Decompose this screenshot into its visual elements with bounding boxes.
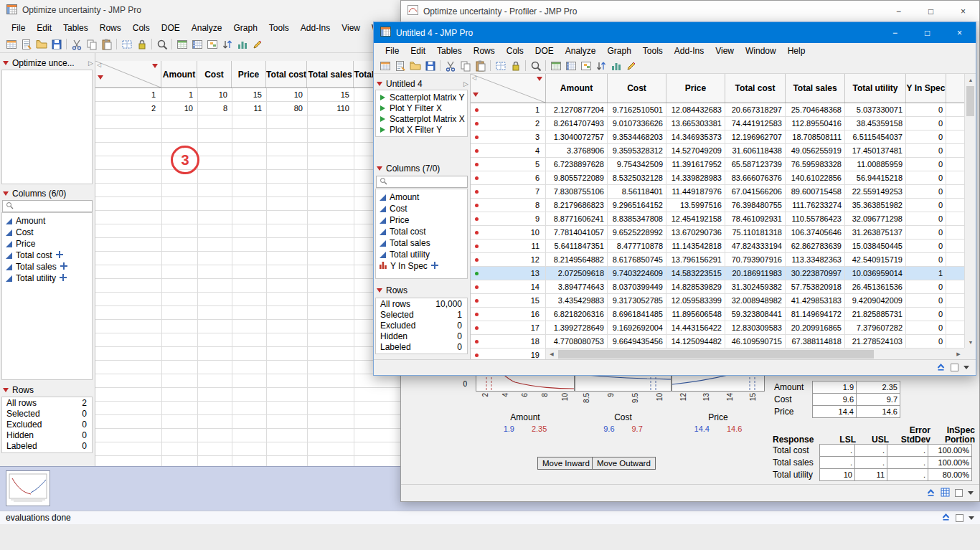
cut-icon[interactable] [69, 37, 84, 52]
menu-item[interactable]: Analyze [186, 21, 228, 35]
cell[interactable]: 31.606118438 [725, 144, 786, 157]
vertical-scroll-thumb[interactable] [966, 86, 974, 116]
column-item[interactable]: Total cost [2, 250, 92, 261]
column-item[interactable]: Total utility [376, 249, 467, 260]
cell[interactable]: 32.008948982 [725, 294, 786, 307]
cell[interactable]: 14.339828983 [666, 171, 725, 184]
cell[interactable]: 8.2149564882 [546, 253, 608, 266]
cell[interactable]: 9.754342509 [608, 158, 666, 171]
cell[interactable]: 5.6411847351 [546, 240, 608, 252]
cut-icon[interactable] [443, 58, 458, 73]
column-header[interactable]: Total sales [307, 61, 354, 87]
menu-item[interactable]: Add-Ins [295, 21, 336, 35]
column-item[interactable]: Cost [2, 227, 92, 238]
menu-item[interactable]: Edit [405, 44, 431, 58]
cell[interactable]: 21.278524103 [845, 335, 906, 348]
range-high-value[interactable]: 9.7 [632, 425, 643, 433]
column-item[interactable]: Total sales [376, 237, 467, 249]
cell[interactable]: 12.059583399 [666, 294, 725, 307]
error-stddev-cell[interactable]: . [887, 444, 928, 457]
cell[interactable]: 75.110181318 [725, 226, 786, 239]
w3-corner-cell[interactable]: ◁ [471, 74, 546, 103]
cell[interactable]: 3.894774643 [546, 280, 608, 293]
cell[interactable]: 13.796156291 [666, 253, 725, 266]
cell[interactable]: 81.149694172 [786, 308, 845, 321]
table-row[interactable]: 12.12708772049.716251050112.08443268320.… [471, 103, 964, 117]
cell[interactable]: 11.391617952 [666, 158, 725, 171]
open-folder-icon[interactable] [34, 37, 49, 52]
cell[interactable]: 11.895606548 [666, 308, 725, 321]
usl-cell[interactable]: . [854, 444, 887, 457]
cell[interactable]: 30.223870997 [786, 267, 845, 280]
row-number-cell[interactable]: 14 [471, 280, 546, 293]
cell[interactable]: 9.3595328312 [608, 144, 666, 157]
cell[interactable]: 6.8218206316 [546, 308, 608, 321]
row-number-cell[interactable]: 1 [95, 88, 161, 102]
error-stddev-cell[interactable]: . [887, 456, 928, 469]
menu-item[interactable]: Tables [57, 21, 94, 35]
horizontal-scrollbar[interactable]: ◀ ▶ [546, 348, 964, 359]
chart-bars-icon[interactable] [235, 37, 250, 52]
cell[interactable]: 11.449187976 [666, 185, 725, 198]
cell[interactable]: 9.2965164152 [608, 199, 666, 212]
table-row[interactable]: 43.37689069.359532831214.52704920931.606… [471, 144, 964, 158]
cell[interactable]: 14.346935373 [666, 131, 725, 143]
dock-report-icon[interactable] [936, 362, 946, 374]
grid-green-icon[interactable] [548, 58, 563, 73]
table-row[interactable]: 171.39927286499.169269200414.44315642212… [471, 321, 964, 335]
table-row[interactable]: 184.77080807539.664943545614.12509448246… [471, 335, 964, 349]
cell[interactable]: 8.6176850745 [608, 253, 666, 266]
cell[interactable]: 9.0107336626 [608, 117, 666, 130]
lock-icon[interactable] [134, 37, 149, 52]
row-number-cell[interactable]: 3 [471, 131, 546, 143]
status-dropdown-icon[interactable] [963, 366, 969, 369]
cell[interactable]: 1.3040072757 [546, 131, 608, 143]
cell[interactable]: 9.6525228992 [608, 226, 666, 239]
rows-menu-icon[interactable] [473, 93, 479, 97]
red-triangle-icon[interactable] [3, 61, 9, 65]
report-thumbnail[interactable] [6, 470, 50, 506]
minimize-button[interactable]: − [882, 1, 915, 22]
cell[interactable]: 10 [266, 88, 307, 102]
cell[interactable]: 8.8771606241 [546, 212, 608, 225]
vertical-scrollbar[interactable]: ▲ ▼ [964, 74, 976, 348]
column-item[interactable]: Total sales [2, 261, 92, 272]
status-dropdown-icon[interactable] [969, 516, 974, 520]
cell[interactable]: 20.209916865 [786, 321, 845, 334]
cell[interactable]: 106.37405646 [786, 226, 845, 239]
save-icon[interactable] [423, 58, 438, 73]
cell[interactable]: 10 [161, 102, 197, 115]
cell[interactable]: 0 [906, 171, 946, 184]
row-number-cell[interactable]: 12 [471, 253, 546, 266]
cell[interactable]: 9.3534468203 [608, 131, 666, 143]
menu-item[interactable]: File [380, 44, 405, 58]
cell[interactable]: 0 [906, 131, 946, 143]
cell[interactable]: 62.862783639 [786, 240, 845, 252]
panel-collapse-icon[interactable]: ▷ [463, 80, 468, 87]
zoom-icon[interactable] [154, 37, 169, 52]
w2-titlebar[interactable]: Optimize uncertainty - Profiler - JMP Pr… [401, 1, 979, 22]
cell[interactable]: 0 [906, 158, 946, 171]
cell[interactable]: 25.704648368 [786, 103, 845, 116]
cell[interactable]: 9.7162510501 [608, 103, 666, 116]
cell[interactable]: 11.143542818 [666, 240, 725, 252]
cell[interactable]: 76.398480755 [725, 199, 786, 212]
cell[interactable]: 10.036959014 [845, 267, 906, 280]
row-number-cell[interactable]: 15 [471, 294, 546, 307]
menu-item[interactable]: DOE [156, 21, 186, 35]
row-number-cell[interactable]: 13 [471, 267, 546, 280]
menu-item[interactable]: View [710, 44, 740, 58]
w1-columns-search-input[interactable] [2, 200, 93, 212]
range-low-cell[interactable]: 14.4 [812, 405, 857, 418]
lock-icon[interactable] [508, 58, 523, 73]
w3-columns-panel-header[interactable]: Columns (7/0) [377, 163, 468, 174]
cell[interactable]: 14.527049209 [666, 144, 725, 157]
cell[interactable]: 49.056255919 [786, 144, 845, 157]
maximize-button[interactable]: □ [911, 22, 943, 43]
table-row[interactable]: 56.72388976289.75434250911.39161795265.5… [471, 158, 964, 171]
red-triangle-icon[interactable] [3, 388, 9, 392]
column-item[interactable]: Cost [376, 203, 467, 214]
range-low-value[interactable]: 14.4 [694, 425, 710, 433]
cell[interactable]: 12.454192158 [666, 212, 725, 225]
menu-item[interactable]: Cols [127, 21, 156, 35]
